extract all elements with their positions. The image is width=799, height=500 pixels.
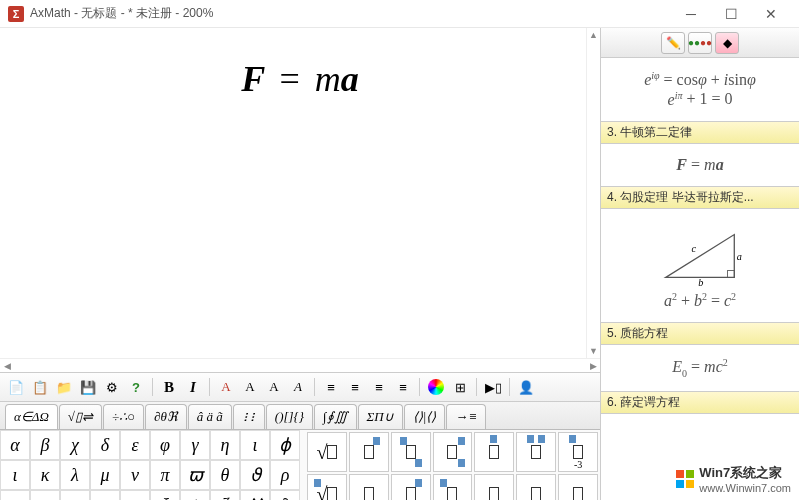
open-button[interactable]: 📋 <box>29 376 51 398</box>
template-presub[interactable] <box>391 474 431 500</box>
font-style-2[interactable]: A <box>239 376 261 398</box>
greek-υ[interactable]: υ <box>90 490 120 500</box>
greek-ω[interactable]: ω <box>120 490 150 500</box>
greek-δ[interactable]: δ <box>90 430 120 460</box>
greek-β[interactable]: β <box>30 430 60 460</box>
svg-text:c: c <box>691 242 696 253</box>
scroll-left-arrow[interactable]: ◀ <box>0 359 14 372</box>
greek-γ[interactable]: γ <box>180 430 210 460</box>
template-palette: √-3√-5 <box>305 430 600 500</box>
align-right-button[interactable]: ≡ <box>368 376 390 398</box>
template-supsub[interactable] <box>391 432 431 472</box>
greek-φ[interactable]: φ <box>150 430 180 460</box>
template-over[interactable] <box>474 432 514 472</box>
category-tab-9[interactable]: ⟨⟩|⟨⟩ <box>404 404 446 429</box>
greek-ζ[interactable]: ζ <box>210 490 240 500</box>
insert-button[interactable]: ▶▯ <box>482 376 504 398</box>
category-tab-3[interactable]: ∂θℜ <box>145 404 187 429</box>
svg-rect-1 <box>727 270 734 277</box>
greek-ℵ[interactable]: ℵ <box>240 490 270 500</box>
greek-ε[interactable]: ε <box>120 430 150 460</box>
template-under2[interactable] <box>516 474 556 500</box>
align-justify-button[interactable]: ≡ <box>392 376 414 398</box>
greek-∂[interactable]: ∂ <box>270 490 300 500</box>
category-tab-5[interactable]: ⫶⫶ <box>233 404 265 429</box>
color-picker-button[interactable] <box>425 376 447 398</box>
greek-ν[interactable]: ν <box>120 460 150 490</box>
settings-button[interactable]: ⚙ <box>101 376 123 398</box>
scroll-down-arrow[interactable]: ▼ <box>587 344 600 358</box>
template-sub[interactable] <box>349 474 389 500</box>
bold-button[interactable]: B <box>158 376 180 398</box>
greek-χ[interactable]: χ <box>60 430 90 460</box>
greek-ς[interactable]: ς <box>30 490 60 500</box>
greek-ϖ[interactable]: ϖ <box>180 460 210 490</box>
template-sqrt[interactable]: √ <box>307 432 347 472</box>
maximize-button[interactable]: ☐ <box>711 1 751 27</box>
greek-ϕ[interactable]: ϕ <box>270 430 300 460</box>
font-style-3[interactable]: A <box>263 376 285 398</box>
template-sup[interactable] <box>349 432 389 472</box>
category-tab-0[interactable]: α∈ΔΩ <box>5 404 58 429</box>
save-button[interactable]: 💾 <box>77 376 99 398</box>
snippet-body-1[interactable]: F = ma <box>601 144 799 186</box>
snippet-label-4[interactable]: 6. 薛定谔方程 <box>601 391 799 414</box>
editor-canvas[interactable]: F = ma ▲ ▼ <box>0 28 600 358</box>
main-formula[interactable]: F = ma <box>20 58 580 100</box>
category-tab-7[interactable]: ∫∮∭ <box>314 404 357 429</box>
category-tab-8[interactable]: ΣΠ∪ <box>358 404 403 429</box>
category-tab-2[interactable]: ÷∴○ <box>103 404 144 429</box>
scroll-right-arrow[interactable]: ▶ <box>586 359 600 372</box>
grid-view-button[interactable]: ●●●● <box>688 32 712 54</box>
greek-ϑ[interactable]: ϑ <box>240 460 270 490</box>
template-supsub2[interactable] <box>433 432 473 472</box>
italic-button[interactable]: I <box>182 376 204 398</box>
greek-π[interactable]: π <box>150 460 180 490</box>
tag-button[interactable]: ◆ <box>715 32 739 54</box>
template-under[interactable] <box>474 474 514 500</box>
greek-ι[interactable]: ι <box>240 430 270 460</box>
category-tab-6[interactable]: ()[]{} <box>266 404 313 429</box>
greek-κ[interactable]: κ <box>30 460 60 490</box>
align-left-button[interactable]: ≡ <box>320 376 342 398</box>
greek-τ[interactable]: τ <box>60 490 90 500</box>
greek-λ[interactable]: λ <box>60 460 90 490</box>
snippet-label-2[interactable]: 4. 勾股定理 毕达哥拉斯定... <box>601 186 799 209</box>
align-center-button[interactable]: ≡ <box>344 376 366 398</box>
template-presupsub[interactable] <box>433 474 473 500</box>
greek-α[interactable]: α <box>0 430 30 460</box>
open-folder-button[interactable]: 📁 <box>53 376 75 398</box>
template-over2[interactable] <box>516 432 556 472</box>
font-style-4[interactable]: A <box>287 376 309 398</box>
font-style-1[interactable]: A <box>215 376 237 398</box>
minimize-button[interactable]: ─ <box>671 1 711 27</box>
greek-ξ[interactable]: ξ <box>150 490 180 500</box>
snippet-body-4[interactable] <box>601 414 799 438</box>
window-title: AxMath - 无标题 - * 未注册 - 200% <box>30 5 671 22</box>
snippet-label-1[interactable]: 3. 牛顿第二定律 <box>601 121 799 144</box>
scroll-up-arrow[interactable]: ▲ <box>587 28 600 42</box>
greek-η[interactable]: η <box>210 430 240 460</box>
greek-ψ[interactable]: ψ <box>180 490 210 500</box>
greek-θ[interactable]: θ <box>210 460 240 490</box>
greek-μ[interactable]: μ <box>90 460 120 490</box>
color-grid-button[interactable]: ⊞ <box>449 376 471 398</box>
template-minus3[interactable]: -3 <box>558 432 598 472</box>
snippet-body-2[interactable]: caba2 + b2 = c2 <box>601 209 799 322</box>
snippet-body-0[interactable]: eiφ = cosφ + isinφeiπ + 1 = 0 <box>601 58 799 121</box>
greek-σ[interactable]: σ <box>0 490 30 500</box>
greek-ι[interactable]: ι <box>0 460 30 490</box>
snippet-body-3[interactable]: E0 = mc2 <box>601 345 799 391</box>
category-tab-10[interactable]: →≡ <box>446 404 486 429</box>
category-tab-1[interactable]: √▯⇌ <box>59 404 102 429</box>
template-nroot[interactable]: √ <box>307 474 347 500</box>
greek-ρ[interactable]: ρ <box>270 460 300 490</box>
close-button[interactable]: ✕ <box>751 1 791 27</box>
help-button[interactable]: ? <box>125 376 147 398</box>
category-tab-4[interactable]: â ä ã <box>188 404 232 429</box>
user-button[interactable]: 👤 <box>515 376 537 398</box>
new-button[interactable]: 📄 <box>5 376 27 398</box>
edit-snippet-button[interactable]: ✏️ <box>661 32 685 54</box>
template-minus5[interactable]: -5 <box>558 474 598 500</box>
snippet-label-3[interactable]: 5. 质能方程 <box>601 322 799 345</box>
